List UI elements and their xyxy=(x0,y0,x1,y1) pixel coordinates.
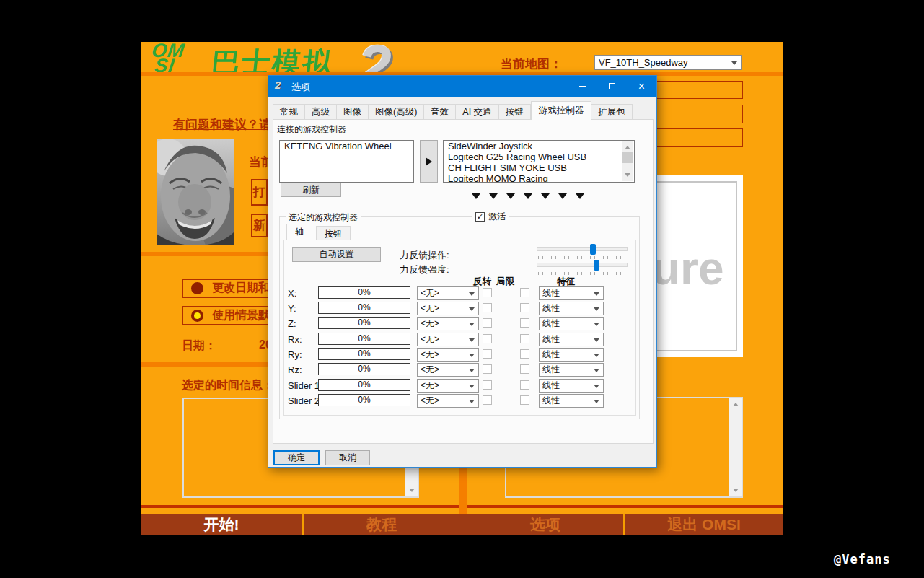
down-triangle-icon xyxy=(506,193,515,199)
axis-assignment-select[interactable]: <无> xyxy=(417,286,479,300)
checkbox-checked-icon[interactable]: ✓ xyxy=(475,212,485,222)
scroll-up-icon[interactable] xyxy=(733,403,739,406)
transfer-arrow-button[interactable] xyxy=(420,140,438,183)
limit-checkbox[interactable] xyxy=(520,349,529,359)
scrollbar[interactable] xyxy=(729,398,742,496)
axis-assignment-select[interactable]: <无> xyxy=(417,348,479,362)
axis-value-field: 0% xyxy=(318,348,410,360)
limit-checkbox[interactable] xyxy=(520,318,529,328)
force-feedback-action-slider[interactable] xyxy=(537,245,628,259)
tab-graphics-advanced[interactable]: 图像(高级) xyxy=(369,104,424,120)
controller-item[interactable]: SideWinder Joystick xyxy=(444,141,622,152)
close-button[interactable]: × xyxy=(627,76,656,97)
watermark: @Vefans xyxy=(834,552,891,566)
invert-checkbox[interactable] xyxy=(483,288,492,297)
ok-button[interactable]: 确定 xyxy=(273,450,320,465)
open-scenario-button[interactable]: 打 xyxy=(251,179,268,206)
axis-feature-select[interactable]: 线性 xyxy=(539,379,604,393)
feedback-link[interactable]: 有问题和建议？请 xyxy=(173,116,271,133)
axis-feature-select[interactable]: 线性 xyxy=(539,286,604,300)
invert-checkbox[interactable] xyxy=(483,303,492,312)
feature-value: 线性 xyxy=(542,288,560,298)
controller-item[interactable]: KETENG Vibration Wheel xyxy=(280,141,413,152)
minimize-button[interactable] xyxy=(568,76,597,97)
chevron-down-icon xyxy=(469,385,475,388)
tab-keys[interactable]: 按键 xyxy=(499,104,531,120)
tab-addons[interactable]: 扩展包 xyxy=(591,104,633,120)
axis-assignment-select[interactable]: <无> xyxy=(417,302,479,315)
controller-item[interactable]: Logitech G25 Racing Wheel USB xyxy=(444,152,622,162)
tab-sound[interactable]: 音效 xyxy=(424,104,456,120)
tab-general[interactable]: 常规 xyxy=(273,104,305,120)
controller-item[interactable]: CH FLIGHT SIM YOKE USB xyxy=(444,162,622,173)
axis-assignment-select[interactable]: <无> xyxy=(417,379,479,393)
refresh-button[interactable]: 刷新 xyxy=(281,183,341,197)
start-button[interactable]: 开始! xyxy=(141,514,302,535)
tab-game-controllers[interactable]: 游戏控制器 xyxy=(531,101,592,120)
auto-setup-button[interactable]: 自动设置 xyxy=(292,247,381,262)
axis-assignment-select[interactable]: <无> xyxy=(417,363,479,377)
new-scenario-button[interactable]: 新 xyxy=(251,214,268,237)
tutorial-button[interactable]: 教程 xyxy=(304,514,459,535)
controller-item[interactable]: Logitech MOMO Racing xyxy=(444,173,622,183)
selected-controller-listbox[interactable]: KETENG Vibration Wheel xyxy=(279,140,414,183)
axis-value-field: 0% xyxy=(318,286,410,299)
limit-checkbox[interactable] xyxy=(520,303,529,312)
exit-button[interactable]: 退出 OMSI xyxy=(625,514,783,535)
scroll-thumb[interactable] xyxy=(622,152,633,163)
maximize-button[interactable] xyxy=(597,76,627,97)
axis-feature-select[interactable]: 线性 xyxy=(539,302,604,315)
current-map-select[interactable]: VF_10TH_Speedway xyxy=(594,55,742,70)
invert-checkbox[interactable] xyxy=(483,318,492,328)
axis-label: Rx: xyxy=(288,334,302,345)
axis-feature-select[interactable]: 线性 xyxy=(539,394,604,408)
axis-assignment-select[interactable]: <无> xyxy=(417,394,479,408)
axis-feature-select[interactable]: 线性 xyxy=(539,363,604,377)
available-controllers-listbox[interactable]: SideWinder Joystick Logitech G25 Racing … xyxy=(443,140,635,183)
options-button[interactable]: 选项 xyxy=(467,514,623,535)
active-checkbox-row[interactable]: ✓ 激活 xyxy=(472,211,509,223)
limit-checkbox[interactable] xyxy=(520,364,529,374)
tab-ai-traffic[interactable]: AI 交通 xyxy=(456,104,498,120)
assignment-value: <无> xyxy=(421,349,439,359)
invert-checkbox[interactable] xyxy=(483,395,492,405)
cancel-button[interactable]: 取消 xyxy=(325,450,370,465)
axis-assignment-select[interactable]: <无> xyxy=(417,317,479,330)
axis-row-x: X: 0% <无> 线性 xyxy=(268,286,643,301)
scroll-up-icon[interactable] xyxy=(625,146,630,149)
limit-checkbox[interactable] xyxy=(520,334,529,343)
limit-checkbox[interactable] xyxy=(520,288,529,297)
invert-checkbox[interactable] xyxy=(483,380,492,390)
slider-thumb[interactable] xyxy=(590,244,596,255)
slider-thumb[interactable] xyxy=(594,260,599,271)
close-icon: × xyxy=(638,81,645,92)
chevron-down-icon xyxy=(594,400,599,403)
tab-advanced[interactable]: 高级 xyxy=(305,104,337,120)
scroll-down-icon[interactable] xyxy=(733,489,739,492)
dialog-titlebar[interactable]: 2 选项 × xyxy=(268,76,656,97)
axis-assignment-select[interactable]: <无> xyxy=(417,333,479,346)
tab-axes[interactable]: 轴 xyxy=(286,224,312,240)
axis-feature-select[interactable]: 线性 xyxy=(539,317,604,330)
chevron-down-icon xyxy=(594,323,599,326)
axis-feature-select[interactable]: 线性 xyxy=(539,333,604,346)
limit-checkbox[interactable] xyxy=(520,395,529,405)
scroll-down-icon[interactable] xyxy=(409,489,415,492)
force-feedback-action-label: 力反馈操作: xyxy=(400,249,449,262)
invert-checkbox[interactable] xyxy=(483,334,492,343)
omsi-app-icon: 2 xyxy=(275,79,281,91)
force-feedback-strength-slider[interactable] xyxy=(537,260,628,275)
invert-checkbox[interactable] xyxy=(483,364,492,374)
tab-graphics[interactable]: 图像 xyxy=(337,104,369,120)
chevron-down-icon xyxy=(731,61,737,65)
limit-checkbox[interactable] xyxy=(520,380,529,390)
scroll-down-icon[interactable] xyxy=(625,173,630,177)
axis-feature-select[interactable]: 线性 xyxy=(539,348,604,362)
scrollbar[interactable] xyxy=(622,141,633,181)
chevron-down-icon xyxy=(469,292,475,296)
minimize-icon xyxy=(579,86,586,87)
down-triangle-icon xyxy=(472,193,480,199)
bottom-strip-right xyxy=(467,505,783,508)
invert-checkbox[interactable] xyxy=(483,349,492,359)
tab-buttons[interactable]: 按钮 xyxy=(316,226,351,240)
